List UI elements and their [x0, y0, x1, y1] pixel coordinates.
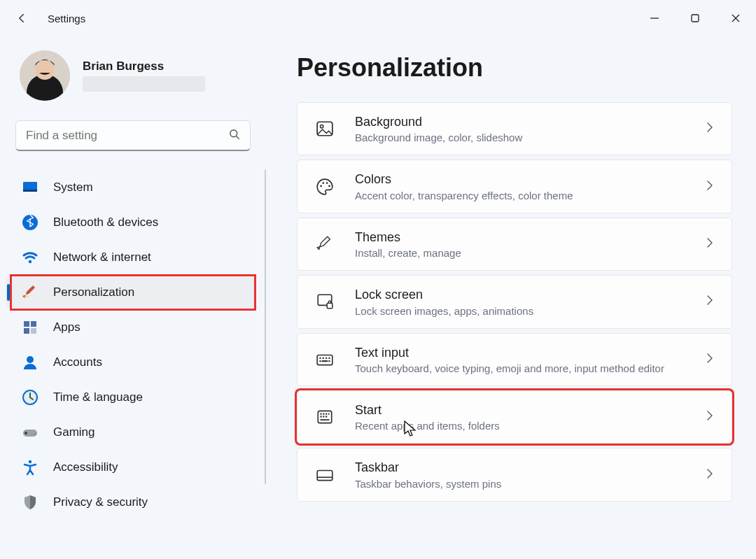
card-title: Background	[355, 114, 684, 130]
svg-point-6	[35, 60, 55, 80]
person-icon	[21, 353, 39, 372]
window-title: Settings	[48, 13, 85, 24]
sidebar-scroll[interactable]: SystemBluetooth & devicesNetwork & inter…	[0, 164, 266, 518]
sidebar-item-label: Network & internet	[53, 250, 151, 264]
apps-icon	[21, 318, 39, 337]
palette-icon	[314, 176, 335, 197]
card-text: BackgroundBackground image, color, slide…	[355, 114, 684, 143]
sidebar-item-time[interactable]: Time & language	[6, 382, 256, 413]
sidebar: Brian Burgess SystemBluetooth & devicesN…	[0, 36, 266, 559]
sidebar-item-gaming[interactable]: Gaming	[6, 417, 256, 448]
avatar	[20, 50, 70, 101]
card-subtitle: Touch keyboard, voice typing, emoji and …	[355, 362, 684, 374]
card-title: Colors	[355, 171, 684, 187]
card-text: ThemesInstall, create, manage	[355, 229, 684, 259]
card-text: TaskbarTaskbar behaviors, system pins	[355, 460, 684, 489]
maximize-button[interactable]	[675, 0, 715, 36]
keyboard-icon	[314, 349, 335, 370]
profile-block[interactable]: Brian Burgess	[0, 50, 266, 109]
sidebar-item-label: Time & language	[53, 390, 143, 404]
card-title: Lock screen	[355, 287, 684, 303]
sidebar-item-privacy[interactable]: Privacy & security	[6, 487, 256, 518]
sidebar-item-accounts[interactable]: Accounts	[6, 347, 256, 378]
card-subtitle: Background image, color, slideshow	[355, 132, 684, 143]
svg-point-7	[230, 129, 237, 136]
back-button[interactable]	[14, 10, 31, 27]
svg-rect-1	[692, 15, 699, 22]
card-title: Start	[355, 402, 684, 418]
sidebar-item-apps[interactable]: Apps	[6, 312, 256, 343]
minimize-button[interactable]	[634, 0, 675, 36]
card-subtitle: Install, create, manage	[355, 247, 684, 259]
image-icon	[314, 118, 335, 139]
card-text: StartRecent apps and items, folders	[355, 402, 684, 432]
bluetooth-icon	[21, 213, 39, 232]
shield-icon	[21, 493, 39, 511]
sidebar-item-label: Apps	[53, 320, 80, 334]
card-themes[interactable]: ThemesInstall, create, manage	[297, 218, 732, 271]
card-background[interactable]: BackgroundBackground image, color, slide…	[297, 102, 732, 155]
card-text: Lock screenLock screen images, apps, ani…	[355, 287, 684, 316]
card-title: Taskbar	[355, 460, 684, 476]
chevron-right-icon	[704, 294, 716, 309]
card-subtitle: Lock screen images, apps, animations	[355, 305, 684, 317]
card-title: Themes	[355, 229, 684, 246]
taskbar-icon	[314, 465, 335, 486]
card-subtitle: Recent apps and items, folders	[355, 420, 684, 432]
pen-icon	[314, 234, 335, 255]
gamepad-icon	[21, 423, 39, 441]
sidebar-item-label: Gaming	[53, 425, 95, 439]
card-lockscreen[interactable]: Lock screenLock screen images, apps, ani…	[297, 275, 732, 328]
search-box[interactable]	[15, 120, 251, 151]
card-colors[interactable]: ColorsAccent color, transparency effects…	[297, 160, 732, 213]
sidebar-item-network[interactable]: Network & internet	[6, 242, 256, 273]
sidebar-item-label: Accounts	[53, 355, 102, 369]
sidebar-item-system[interactable]: System	[6, 172, 256, 203]
card-text: Text inputTouch keyboard, voice typing, …	[355, 345, 684, 374]
lock-screen-icon	[314, 291, 335, 312]
chevron-right-icon	[704, 409, 716, 425]
accessibility-icon	[21, 458, 39, 476]
card-taskbar[interactable]: TaskbarTaskbar behaviors, system pins	[297, 448, 732, 501]
card-start[interactable]: StartRecent apps and items, folders	[297, 390, 732, 444]
page-title: Personalization	[297, 53, 732, 83]
sidebar-item-label: Personalization	[53, 285, 134, 299]
svg-line-8	[237, 136, 239, 139]
window-controls	[634, 0, 756, 36]
card-subtitle: Accent color, transparency effects, colo…	[355, 190, 684, 201]
chevron-right-icon	[704, 179, 716, 194]
chevron-right-icon	[704, 352, 716, 367]
sidebar-item-accessibility[interactable]: Accessibility	[6, 452, 256, 483]
sidebar-item-label: Privacy & security	[53, 495, 148, 509]
chevron-right-icon	[704, 236, 716, 252]
start-icon	[314, 406, 335, 427]
profile-name: Brian Burgess	[83, 59, 205, 73]
card-textinput[interactable]: Text inputTouch keyboard, voice typing, …	[297, 333, 732, 386]
chevron-right-icon	[704, 121, 716, 136]
sidebar-item-bluetooth[interactable]: Bluetooth & devices	[6, 207, 256, 238]
titlebar: Settings	[0, 0, 756, 36]
sidebar-item-personalization[interactable]: Personalization	[6, 277, 256, 308]
card-subtitle: Taskbar behaviors, system pins	[355, 478, 684, 490]
clock-icon	[21, 388, 39, 406]
brush-icon	[21, 283, 39, 302]
sidebar-item-label: System	[53, 181, 93, 194]
chevron-right-icon	[704, 467, 716, 483]
card-title: Text input	[355, 345, 684, 361]
profile-email-redacted	[83, 76, 205, 92]
system-icon	[21, 178, 39, 197]
main-content: Personalization BackgroundBackground ima…	[266, 36, 756, 559]
sidebar-item-label: Accessibility	[53, 460, 118, 474]
close-button[interactable]	[715, 0, 756, 36]
search-icon	[227, 127, 241, 144]
card-text: ColorsAccent color, transparency effects…	[355, 171, 684, 201]
wifi-icon	[21, 248, 39, 267]
sidebar-item-label: Bluetooth & devices	[53, 215, 158, 229]
search-input[interactable]	[24, 128, 227, 143]
